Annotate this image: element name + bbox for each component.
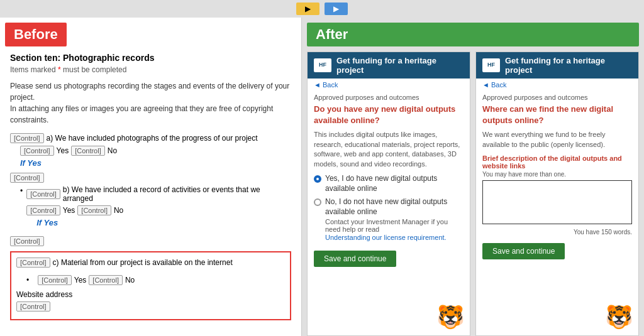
word-count: You have 150 words. <box>482 229 632 236</box>
control-a-yes[interactable]: [Control] <box>20 146 54 156</box>
control-a-no[interactable]: [Control] <box>71 146 105 156</box>
card2-header-text: Get funding for a heritage project <box>505 56 632 75</box>
control-before-box-row: [Control] <box>10 236 291 246</box>
item-b-no-label: No <box>114 206 123 215</box>
brief-desc-label: Brief description of the digital outputs… <box>482 154 632 170</box>
card1-approved-subtitle: Approved purposes and outcomes <box>314 94 464 101</box>
control-c[interactable]: [Control] <box>16 257 50 268</box>
control-b[interactable]: [Control] <box>26 189 60 199</box>
tiger-emoji-1: 🐯 <box>436 304 465 330</box>
tiger-emoji-2: 🐯 <box>605 304 633 330</box>
section-title: Section ten: Photographic records <box>10 53 291 63</box>
heritage-logo-2: HF <box>482 58 500 72</box>
radio1-filled[interactable] <box>314 175 321 183</box>
card2-back-link[interactable]: ◄ Back <box>476 79 638 91</box>
control-middle[interactable]: [Control] <box>10 173 44 183</box>
after-section: After HF Get funding for a heritage proj… <box>302 18 644 336</box>
item-a-yes-label: Yes <box>57 146 69 155</box>
item-c-row: [Control] c) Material from our project i… <box>16 257 285 268</box>
prev-button[interactable]: ▶ <box>296 3 319 15</box>
highlight-box: [Control] c) Material from our project i… <box>10 251 291 320</box>
bullet-item-b: • [Control] b) We have included a record… <box>20 185 291 232</box>
card1-question: Do you have any new digital outputs avai… <box>314 104 464 126</box>
radio2-empty[interactable] <box>314 198 321 206</box>
card2-body: Approved purposes and outcomes Where can… <box>476 91 638 330</box>
card2-save-btn[interactable]: Save and continue <box>482 243 565 259</box>
before-panel: Before Section ten: Photographic records… <box>0 18 302 336</box>
heritage-card-2: HF Get funding for a heritage project ◄ … <box>475 51 639 336</box>
card1-info-text: This includes digital outputs like image… <box>314 130 464 169</box>
control-b-no[interactable]: [Control] <box>77 205 111 215</box>
before-label: Before <box>5 23 67 46</box>
item-c-options: • [Control] Yes [Control] No <box>26 275 285 285</box>
heritage-fund-logo-2: HF <box>482 58 500 72</box>
control-c-no[interactable]: [Control] <box>89 275 123 285</box>
bullet-section: • [Control] b) We have included a record… <box>20 185 291 232</box>
card2-info-text: We want everything we fund to be freely … <box>482 130 632 149</box>
card1-radio2-label: No, I do not have new digital outputs av… <box>325 197 447 216</box>
control-b-yes[interactable]: [Control] <box>26 205 60 215</box>
if-yes-a: If Yes <box>20 158 291 168</box>
item-b-row: [Control] b) We have included a record o… <box>26 185 291 203</box>
item-b-text: b) We have included a record of activiti… <box>63 185 291 203</box>
must-complete-text: Items marked * must be completed <box>10 65 291 74</box>
heritage-logo-1: HF <box>314 58 331 72</box>
digital-outputs-textarea[interactable] <box>482 180 632 224</box>
heritage-card-1: HF Get funding for a heritage project ◄ … <box>307 51 470 336</box>
item-b-yes-label: Yes <box>63 206 75 215</box>
card1-body: Approved purposes and outcomes Do you ha… <box>308 91 470 330</box>
control-before-box[interactable]: [Control] <box>10 236 44 246</box>
control-bottom-row: [Control] <box>16 301 285 312</box>
brief-desc-sub: You may have more than one. <box>482 171 632 178</box>
if-yes-b: If Yes <box>36 218 291 227</box>
description-text: Please send us photographs recording the… <box>10 80 291 126</box>
card1-radio2[interactable]: No, I do not have new digital outputs av… <box>314 197 464 242</box>
item-a-options: [Control] Yes [Control] No <box>20 146 291 156</box>
bullet-dot-b: • <box>20 187 23 195</box>
card1-header: HF Get funding for a heritage project <box>308 52 470 79</box>
card2-header: HF Get funding for a heritage project <box>476 52 638 79</box>
item-a-row: [Control] a) We have included photograph… <box>10 133 291 143</box>
control-bottom[interactable]: [Control] <box>16 301 50 312</box>
website-label: Website address <box>16 290 285 299</box>
item-c-yes-label: Yes <box>74 276 87 285</box>
item-b-options: [Control] Yes [Control] No <box>26 205 291 215</box>
card1-radio1[interactable]: Yes, I do have new digital outputs avail… <box>314 174 464 193</box>
after-label: After <box>307 23 639 46</box>
card1-radio2-link[interactable]: Understanding our license requirement. <box>325 234 447 241</box>
card1-radio2-sub: Contact your Investment Manager if you n… <box>325 218 464 233</box>
card2-approved-subtitle: Approved purposes and outcomes <box>482 94 632 101</box>
card2-question: Where can we find the new digital output… <box>482 104 632 126</box>
control-c-yes[interactable]: [Control] <box>38 275 72 285</box>
item-a-no-label: No <box>108 146 117 155</box>
next-button[interactable]: ▶ <box>325 3 348 15</box>
after-panels: HF Get funding for a heritage project ◄ … <box>307 51 639 336</box>
item-c-text: c) Material from our project is availabl… <box>53 258 233 267</box>
card1-radio1-label: Yes, I do have new digital outputs avail… <box>325 174 464 193</box>
item-c-no-label: No <box>125 276 135 285</box>
card1-back-link[interactable]: ◄ Back <box>308 79 470 91</box>
item-a-text: a) We have included photographs of the p… <box>47 134 258 143</box>
heritage-fund-logo-1: HF <box>314 58 331 72</box>
card1-header-text: Get funding for a heritage project <box>336 56 464 75</box>
control-a[interactable]: [Control] <box>10 133 44 143</box>
card1-save-btn[interactable]: Save and continue <box>314 251 396 267</box>
control-middle-row: [Control] <box>10 173 291 183</box>
